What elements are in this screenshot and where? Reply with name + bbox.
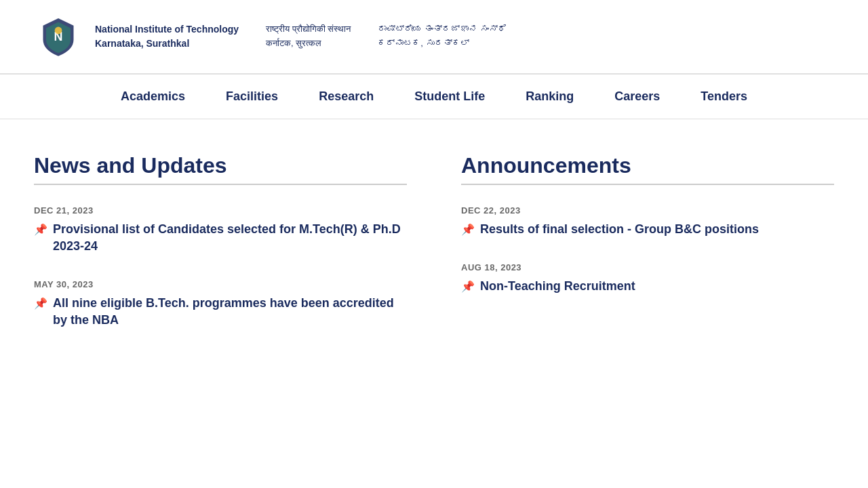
svg-point-2	[55, 27, 62, 35]
pin-icon-4: 📌	[461, 279, 475, 294]
main-content: News and Updates DEC 21, 2023 📌 Provisio…	[0, 119, 868, 380]
announcement-item-1: DEC 22, 2023 📌 Results of final selectio…	[461, 205, 834, 238]
logo-container: N National Institute of Technology Karna…	[34, 12, 507, 61]
pin-icon-2: 📌	[34, 296, 47, 311]
pin-icon-1: 📌	[34, 222, 47, 237]
nav-item-facilities[interactable]: Facilities	[205, 75, 298, 119]
nav-item-research[interactable]: Research	[298, 75, 394, 119]
news-title: News and Updates	[34, 153, 407, 178]
logo-text-hindi: राष्ट्रीय प्रौद्योगिकी संस्थान कर्नाटक, …	[266, 22, 351, 51]
news-date-1: DEC 21, 2023	[34, 205, 407, 216]
news-section: News and Updates DEC 21, 2023 📌 Provisio…	[34, 153, 407, 353]
nav-item-ranking[interactable]: Ranking	[505, 75, 594, 119]
main-nav: Academics Facilities Research Student Li…	[0, 75, 868, 119]
news-item-1: DEC 21, 2023 📌 Provisional list of Candi…	[34, 205, 407, 255]
nav-item-tenders[interactable]: Tenders	[680, 75, 768, 119]
logo-icon: N	[34, 12, 83, 61]
announcements-title: Announcements	[461, 153, 834, 178]
news-divider	[34, 184, 407, 185]
pin-icon-3: 📌	[461, 222, 475, 237]
news-date-2: MAY 30, 2023	[34, 279, 407, 289]
announcement-item-2: AUG 18, 2023 📌 Non-Teaching Recruitment	[461, 262, 834, 295]
site-header: N National Institute of Technology Karna…	[0, 0, 868, 75]
announcement-link-2[interactable]: 📌 Non-Teaching Recruitment	[461, 278, 834, 295]
announcement-text-2: Non-Teaching Recruitment	[480, 278, 635, 295]
nav-item-careers[interactable]: Careers	[594, 75, 680, 119]
news-text-2: All nine eligible B.Tech. programmes hav…	[53, 295, 407, 329]
logo-text-kannada: ರಾಷ್ಟ್ರೀಯ ತಂತ್ರಜ್ಞಾನ ಸಂಸ್ಥೆ ಕರ್ನಾಟಕ, ಸುರ…	[378, 22, 506, 51]
logo-text-english: National Institute of Technology Karnata…	[95, 22, 239, 51]
news-link-1[interactable]: 📌 Provisional list of Candidates selecte…	[34, 221, 407, 255]
announcements-section: Announcements DEC 22, 2023 📌 Results of …	[461, 153, 834, 353]
announcement-date-1: DEC 22, 2023	[461, 205, 834, 216]
nav-item-academics[interactable]: Academics	[100, 75, 205, 119]
announcements-divider	[461, 184, 834, 185]
news-text-1: Provisional list of Candidates selected …	[53, 221, 407, 255]
logo-text-group: National Institute of Technology Karnata…	[95, 22, 507, 51]
news-item-2: MAY 30, 2023 📌 All nine eligible B.Tech.…	[34, 279, 407, 329]
announcement-link-1[interactable]: 📌 Results of final selection - Group B&C…	[461, 221, 834, 238]
news-link-2[interactable]: 📌 All nine eligible B.Tech. programmes h…	[34, 295, 407, 329]
announcement-text-1: Results of final selection - Group B&C p…	[480, 221, 759, 238]
announcement-date-2: AUG 18, 2023	[461, 262, 834, 272]
nav-item-student-life[interactable]: Student Life	[394, 75, 505, 119]
